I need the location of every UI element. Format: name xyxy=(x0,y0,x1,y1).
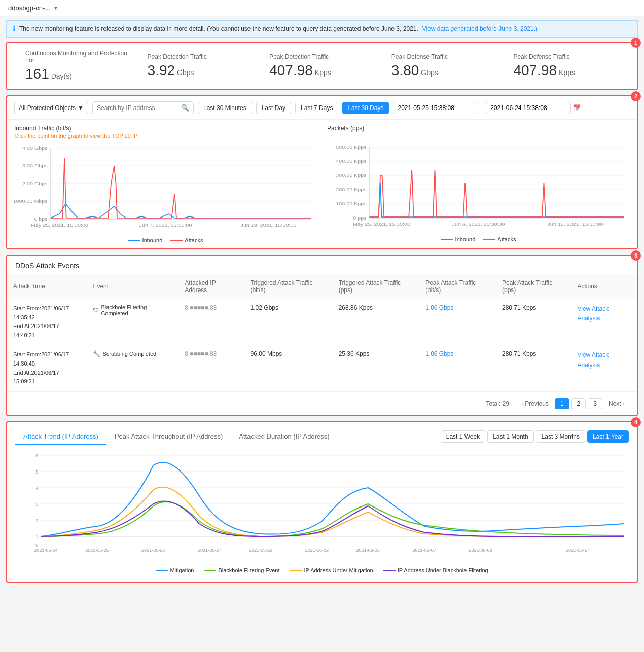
protected-objects-select[interactable]: All Protected Objects ▼ xyxy=(14,102,88,114)
dropdown-arrow-icon: ▼ xyxy=(78,104,84,112)
trend-btn-3months[interactable]: Last 3 Months xyxy=(536,430,585,443)
stat-value-4: 407.98 xyxy=(513,62,557,78)
cell-triggered-bits-1: 96.00 Mbps xyxy=(244,345,333,391)
trend-chart-area: 6 5 4 3 2 1 0 2021-05-24 2021-05-25 2021… xyxy=(7,445,637,582)
legend-line-blackhole xyxy=(204,570,216,571)
previous-button[interactable]: ‹ Previous xyxy=(517,399,553,409)
time-btn-30min[interactable]: Last 30 Minutes xyxy=(198,102,252,114)
svg-text:500.00 Kpps: 500.00 Kpps xyxy=(336,144,366,150)
svg-text:6: 6 xyxy=(35,453,38,458)
cell-peak-bits-1: 1.06 Gbps xyxy=(419,345,496,391)
legend-label-mitigation: Mitigation xyxy=(170,567,194,573)
svg-text:5: 5 xyxy=(35,469,38,475)
packets-chart-legend: Inbound Attacks xyxy=(327,236,630,242)
search-input[interactable] xyxy=(97,104,178,112)
svg-text:1: 1 xyxy=(35,534,38,539)
cell-event-0: 🛡 Blackhole Filtering Completed xyxy=(87,299,178,345)
col-attack-time: Attack Time xyxy=(7,274,87,299)
legend-inbound: Inbound xyxy=(128,237,163,243)
cell-ip-1: 8.■■■■■.83 xyxy=(178,345,244,391)
col-event: Event xyxy=(87,274,178,299)
svg-text:2021-05-27: 2021-05-27 xyxy=(198,548,221,553)
inbound-chart-legend: Inbound Attacks xyxy=(14,237,317,243)
cell-peak-pps-1: 280.71 Kpps xyxy=(496,345,571,391)
info-banner: ℹ The new monitoring feature is released… xyxy=(6,20,638,38)
stat-label-2: Peak Detection Traffic xyxy=(269,53,375,60)
page-btn-1[interactable]: 1 xyxy=(555,398,569,409)
next-button[interactable]: Next › xyxy=(604,399,629,409)
cell-triggered-bits-0: 1.02 Gbps xyxy=(244,299,333,345)
stat-label-3: Peak Defense Traffic xyxy=(391,53,497,60)
legend-line-ip-blackhole xyxy=(383,570,396,571)
svg-text:2021-05-28: 2021-05-28 xyxy=(249,548,272,553)
tab-attack-trend[interactable]: Attack Trend (IP Address) xyxy=(15,428,106,445)
tab-attacked-duration[interactable]: Attacked Duration (IP Address) xyxy=(231,428,337,445)
stat-peak-detection-bits: Peak Detection Traffic 3.92Gbps xyxy=(139,53,262,79)
time-btn-30days[interactable]: Last 30 Days xyxy=(342,102,389,114)
legend-label-ip-mitigation: IP Address Under Mitigation xyxy=(304,567,373,573)
inbound-chart-area[interactable]: 4.00 Gbps 3.00 Gbps 2.00 Gbps 1000.00 Mb… xyxy=(14,143,317,234)
legend-mitigation: Mitigation xyxy=(156,567,194,573)
stat-peak-defense-bits: Peak Defense Traffic 3.80Gbps xyxy=(383,53,506,79)
svg-text:0: 0 xyxy=(35,542,38,548)
legend-packets-attacks: Attacks xyxy=(483,236,516,242)
search-box[interactable]: 🔍 xyxy=(92,101,194,114)
search-icon[interactable]: 🔍 xyxy=(181,104,189,112)
section-badge-2: 2 xyxy=(631,91,641,101)
stat-label-1: Peak Detection Traffic xyxy=(148,53,253,60)
date-from-input[interactable] xyxy=(393,102,478,114)
time-btn-lastday[interactable]: Last Day xyxy=(256,102,291,114)
attack-trend-section: 4 Attack Trend (IP Address) Peak Attack … xyxy=(6,421,638,583)
svg-text:4: 4 xyxy=(35,486,38,491)
col-actions: Actions xyxy=(571,274,637,299)
col-triggered-pps: Triggered Attack Traffic (pps) xyxy=(333,274,420,299)
col-triggered-bits: Triggered Attack Traffic (bit/s) xyxy=(244,274,333,299)
date-separator: – xyxy=(480,104,484,112)
col-ip: Attacked IP Address xyxy=(178,274,244,299)
page-btn-2[interactable]: 2 xyxy=(571,398,586,409)
time-btn-7days[interactable]: Last 7 Days xyxy=(295,102,338,114)
trend-chart-svg: 6 5 4 3 2 1 0 2021-05-24 2021-05-25 2021… xyxy=(15,450,629,562)
legend-line-ip-mitigation xyxy=(290,570,302,571)
legend-ip-mitigation: IP Address Under Mitigation xyxy=(290,567,373,573)
legend-label-blackhole: Blackhole Filtering Event xyxy=(218,567,279,573)
cell-action-0[interactable]: View Attack Analysis xyxy=(571,299,637,345)
legend-line-packets-attacks xyxy=(483,239,495,240)
stat-unit-0: Day(s) xyxy=(51,72,72,80)
protected-objects-label: All Protected Objects xyxy=(19,104,76,112)
stat-unit-1: Gbps xyxy=(177,68,194,77)
legend-ip-blackhole: IP Address Under Blackhole Filtering xyxy=(383,567,488,573)
page-total: Total: 29 xyxy=(486,400,509,407)
banner-link[interactable]: View data generated before June 3, 2021.… xyxy=(422,25,538,32)
charts-container: Inbound Traffic (bit/s) Click the point … xyxy=(7,120,637,248)
section-badge-3: 3 xyxy=(631,250,641,261)
attack-trend-tabs: Attack Trend (IP Address) Peak Attack Th… xyxy=(15,428,338,445)
charts-section: 2 All Protected Objects ▼ 🔍 Last 30 Minu… xyxy=(6,95,638,249)
svg-text:May 25, 2021, 15:30:00: May 25, 2021, 15:30:00 xyxy=(31,223,88,228)
page-nav: ‹ Previous 1 2 3 Next › xyxy=(517,398,629,409)
svg-text:3: 3 xyxy=(35,502,38,507)
svg-text:2021-06-17: 2021-06-17 xyxy=(566,548,589,553)
packets-chart-title: Packets (pps) xyxy=(327,125,630,132)
calendar-icon[interactable]: 📅 xyxy=(573,104,581,112)
page-btn-3[interactable]: 3 xyxy=(588,398,602,409)
tab-peak-throughput[interactable]: Peak Attack Throughput (IP Address) xyxy=(106,428,231,445)
header-bar: ddosbgp-cn-... ▼ xyxy=(0,0,644,16)
section-badge-1: 1 xyxy=(631,38,641,48)
cell-peak-bits-0: 1.06 Gbps xyxy=(419,299,496,345)
date-to-input[interactable] xyxy=(486,102,571,114)
stat-value-3: 3.80 xyxy=(391,62,419,78)
ddos-events-table: Attack Time Event Attacked IP Address Tr… xyxy=(7,274,637,392)
svg-text:3.00 Gbps: 3.00 Gbps xyxy=(22,163,48,168)
stats-section: 1 Continuous Monitoring and Protection F… xyxy=(6,42,638,90)
legend-line-inbound xyxy=(128,240,140,241)
trend-btn-1year[interactable]: Last 1 Year xyxy=(587,430,629,443)
chevron-down-icon[interactable]: ▼ xyxy=(53,5,58,11)
stat-peak-defense-pps: Peak Defense Traffic 407.98Kpps xyxy=(505,53,627,79)
packets-chart-panel: Packets (pps) 50 xyxy=(327,125,630,243)
packets-chart-area[interactable]: 500.00 Kpps 400.00 Kpps 300.00 Kpps 200.… xyxy=(327,142,630,233)
legend-line-mitigation xyxy=(156,570,168,571)
trend-btn-1month[interactable]: Last 1 Month xyxy=(487,430,533,443)
cell-action-1[interactable]: View Attack Analysis xyxy=(571,345,637,391)
trend-btn-1week[interactable]: Last 1 Week xyxy=(441,430,485,443)
